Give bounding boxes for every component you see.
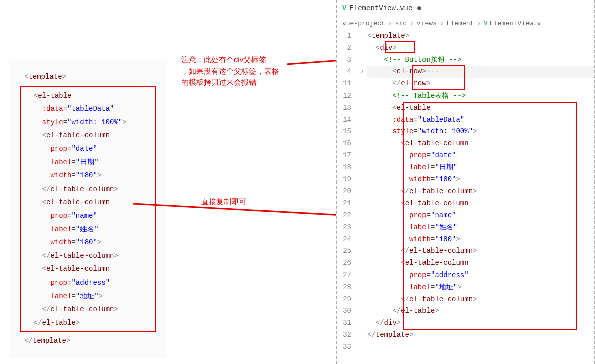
left-red-box: <el-table :data="tableData" style="width… (20, 86, 156, 333)
vue-icon: V (484, 20, 488, 27)
breadcrumb-item[interactable]: src (395, 20, 407, 27)
annotation-div-parent: 注意：此处有个div父标签 ，如果没有这个父标签，表格 的模板拷贝过来会报错 (181, 54, 279, 88)
red-box-elrow (412, 65, 465, 90)
left-code-panel: <template> <el-table :data="tableData" s… (9, 60, 167, 358)
editor-tab[interactable]: V ElementView.vue ● (337, 0, 594, 16)
modified-dot-icon: ● (416, 3, 422, 13)
breadcrumb-item[interactable]: vue-project (342, 20, 385, 27)
breadcrumb-item[interactable]: ElementView.v (490, 20, 541, 27)
code-line: <template> (24, 70, 152, 84)
code-editor[interactable]: 1 2 3 4 11 12 13 14 15 16 17 18 19 20 21… (337, 30, 594, 353)
breadcrumb-item[interactable]: Element (447, 20, 474, 27)
tab-filename: ElementView.vue (349, 4, 412, 12)
vue-icon: V (342, 4, 346, 12)
annotation-copy: 直接复制即可 (201, 196, 246, 208)
chevron-right-icon[interactable]: › (357, 66, 367, 78)
breadcrumb-item[interactable]: views (417, 20, 437, 27)
code-area[interactable]: <template> <div> <!-- Button按钮 --> <el-r… (367, 30, 594, 353)
line-number-gutter: 1 2 3 4 11 12 13 14 15 16 17 18 19 20 21… (337, 30, 357, 353)
breadcrumb[interactable]: vue-project› src› views› Element› V Elem… (337, 16, 594, 30)
fold-gutter: › (357, 30, 367, 353)
red-box-table (403, 102, 577, 330)
right-editor-panel: V ElementView.vue ● vue-project› src› vi… (336, 0, 595, 364)
red-box-div (385, 41, 415, 53)
